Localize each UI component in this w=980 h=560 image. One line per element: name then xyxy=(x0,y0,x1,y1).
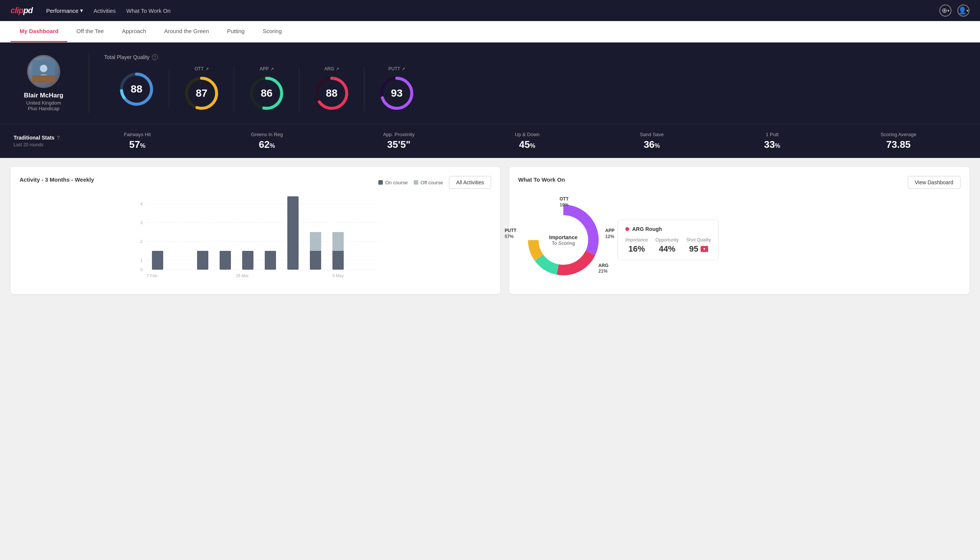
stat-1-putt: 1 Putt 33% xyxy=(764,132,780,150)
svg-text:2: 2 xyxy=(140,239,143,244)
stat-label: Fairways Hit xyxy=(124,132,151,137)
donut-chart-container: Importance To Scoring OTT10% APP12% ARG2… xyxy=(518,195,609,285)
flag-icon: ▼ xyxy=(700,246,708,252)
svg-text:28 Mar: 28 Mar xyxy=(236,273,249,278)
svg-point-1 xyxy=(40,65,47,72)
help-icon-stats[interactable]: ? xyxy=(57,135,60,141)
metric-value-importance: 16% xyxy=(628,244,645,254)
detail-metric-shot-quality: Shot Quality 95 ▼ xyxy=(686,237,711,254)
legend-off-course: Off course xyxy=(414,180,443,185)
legend-dot-off-course xyxy=(414,180,418,185)
wtwo-card: What To Work On View Dashboard Imp xyxy=(509,167,970,294)
metric-label: Importance xyxy=(626,237,648,243)
nav-links: Performance ▾ Activities What To Work On xyxy=(46,7,926,14)
stat-label: App. Proximity xyxy=(383,132,415,137)
user-icon: 👤 xyxy=(958,7,967,15)
main-content: Activity - 3 Months - Weekly On course O… xyxy=(0,158,980,303)
stats-items: Fairways Hit 57% Greens In Reg 62% App. … xyxy=(74,132,967,150)
tab-off-the-tee[interactable]: Off the Tee xyxy=(67,21,113,42)
bar-on-1 xyxy=(152,251,163,270)
tabs-bar: My Dashboard Off the Tee Approach Around… xyxy=(0,21,980,42)
donut-center-line2: To Scoring xyxy=(549,240,577,246)
stat-scoring-avg: Scoring Average 73.85 xyxy=(880,132,916,150)
help-icon[interactable]: ? xyxy=(152,54,158,60)
stats-subtitle: Last 20 rounds xyxy=(13,142,74,147)
gauge-tpq: 88 xyxy=(104,70,169,108)
quality-label: Total Player Quality ? xyxy=(104,54,967,60)
gauge-value-arg: 88 xyxy=(326,87,337,99)
logo[interactable]: clippd xyxy=(10,6,33,15)
svg-text:3: 3 xyxy=(140,220,143,225)
donut-center-line1: Importance xyxy=(549,234,577,240)
add-button[interactable]: ⊕ ▾ xyxy=(939,5,952,17)
chart-legend: On course Off course xyxy=(378,180,443,185)
bar-on-5 xyxy=(220,251,231,270)
tab-scoring[interactable]: Scoring xyxy=(253,21,291,42)
gauge-circle-putt: 93 xyxy=(378,75,416,112)
stat-value: 36% xyxy=(644,139,660,150)
bar-on-4 xyxy=(197,251,208,270)
legend-on-course: On course xyxy=(378,180,408,185)
stat-value: 57% xyxy=(129,139,145,150)
svg-text:1: 1 xyxy=(140,258,143,263)
tab-approach[interactable]: Approach xyxy=(113,21,155,42)
gauge-label-arg: ARG ↗ xyxy=(324,66,339,72)
chevron-down-icon: ▾ xyxy=(947,8,950,13)
legend-dot-on-course xyxy=(378,180,383,185)
tab-around-the-green[interactable]: Around the Green xyxy=(155,21,218,42)
player-name: Blair McHarg xyxy=(24,92,63,99)
gauge-putt: PUTT ↗ 93 xyxy=(364,66,429,112)
metric-value-opportunity: 44% xyxy=(659,244,676,254)
chevron-down-icon: ▾ xyxy=(967,8,969,13)
avatar-image xyxy=(32,60,55,83)
donut-center: Importance To Scoring xyxy=(549,234,577,246)
gauge-circle-arg: 88 xyxy=(313,75,351,112)
metric-label: Opportunity xyxy=(656,237,679,243)
quality-section: Total Player Quality ? 88 OTT xyxy=(104,54,967,112)
divider xyxy=(89,53,89,113)
stat-value: 62% xyxy=(259,139,275,150)
nav-activities[interactable]: Activities xyxy=(94,7,116,14)
wtwo-title: What To Work On xyxy=(518,177,565,183)
svg-text:4: 4 xyxy=(140,202,143,206)
avatar xyxy=(27,55,60,88)
stat-app-proximity: App. Proximity 35'5" xyxy=(383,132,415,150)
activity-chart-card: Activity - 3 Months - Weekly On course O… xyxy=(10,167,500,294)
all-activities-button[interactable]: All Activities xyxy=(449,176,491,189)
stat-label: Scoring Average xyxy=(880,132,916,137)
stat-label: 1 Putt xyxy=(765,132,779,137)
view-dashboard-button[interactable]: View Dashboard xyxy=(908,176,960,189)
detail-metric-importance: Importance 16% xyxy=(626,237,648,254)
stat-value: 45% xyxy=(519,139,535,150)
metric-value-shot-quality: 95 ▼ xyxy=(689,244,708,254)
user-menu-button[interactable]: 👤 ▾ xyxy=(957,5,970,17)
arrow-up-icon: ↗ xyxy=(270,67,274,72)
gauge-app: APP ↗ 86 xyxy=(234,66,299,112)
svg-text:0: 0 xyxy=(140,267,143,272)
gauge-circle-ott: 87 xyxy=(183,75,220,112)
player-handicap: Plus Handicap xyxy=(28,106,60,111)
nav-performance[interactable]: Performance ▾ xyxy=(46,7,83,14)
gauge-arg: ARG ↗ 88 xyxy=(299,66,364,112)
gauge-label-ott: OTT ↗ xyxy=(195,66,209,72)
detail-metric-opportunity: Opportunity 44% xyxy=(656,237,679,254)
dot-red-icon xyxy=(626,227,629,231)
svg-text:7 Feb: 7 Feb xyxy=(146,273,157,278)
bar-on-7 xyxy=(265,251,276,270)
arrow-up-icon: ↗ xyxy=(205,67,209,72)
bar-on-8 xyxy=(287,196,299,270)
gauge-value-ott: 87 xyxy=(196,87,207,99)
stat-up-down: Up & Down 45% xyxy=(515,132,540,150)
player-country: United Kingdom xyxy=(26,100,61,106)
stat-label: Sand Save xyxy=(640,132,664,137)
bar-chart: 4 3 2 1 0 xyxy=(20,196,491,283)
bar-off-10 xyxy=(333,232,344,251)
stat-sand-save: Sand Save 36% xyxy=(640,132,664,150)
stat-value: 33% xyxy=(764,139,780,150)
tab-my-dashboard[interactable]: My Dashboard xyxy=(10,21,67,42)
plus-icon: ⊕ xyxy=(942,7,947,15)
stat-value: 73.85 xyxy=(886,139,911,150)
bar-off-9 xyxy=(310,232,321,251)
nav-what-to-work-on[interactable]: What To Work On xyxy=(126,7,171,14)
tab-putting[interactable]: Putting xyxy=(218,21,254,42)
